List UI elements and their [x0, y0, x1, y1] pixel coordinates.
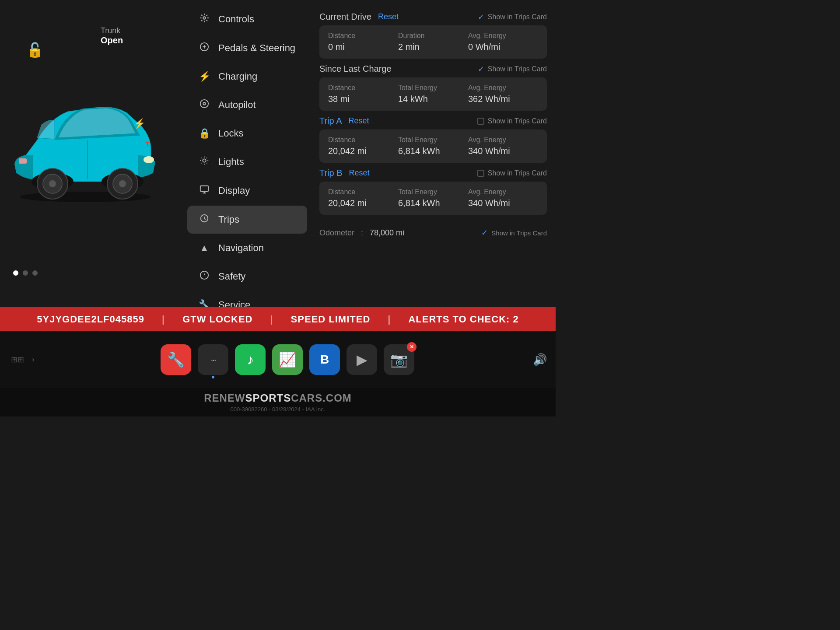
charge-energy-label: Total Energy	[398, 84, 459, 92]
current-drive-show-label: Show in Trips Card	[488, 13, 547, 21]
charging-icon: ⚡	[198, 71, 210, 82]
car-image: T ⚡	[0, 57, 171, 232]
camera-app-icon[interactable]: 📷 ✕	[384, 344, 414, 375]
trip-a-reset-button[interactable]: Reset	[349, 116, 369, 126]
svg-point-17	[203, 159, 206, 162]
taskbar: ⊞⊞ › 🔧 ··· ♪ 📈 B ▶ 📷 ✕	[0, 331, 556, 388]
nav-item-autopilot[interactable]: Autopilot	[187, 91, 307, 119]
dot-3[interactable]	[32, 270, 38, 276]
current-energy-value: 0 Wh/mi	[468, 42, 529, 52]
current-distance-value: 0 mi	[328, 42, 389, 52]
dot-1[interactable]	[13, 270, 18, 276]
taskbar-right: 🔊	[533, 353, 547, 367]
svg-point-8	[49, 180, 56, 187]
locks-label: Locks	[218, 128, 243, 139]
display-label: Display	[218, 185, 250, 196]
current-drive-reset-button[interactable]: Reset	[378, 12, 399, 21]
wrench-app-icon[interactable]: 🔧	[161, 344, 191, 375]
trip-b-avg-value: 340 Wh/mi	[468, 198, 529, 208]
chart-icon: 📈	[279, 351, 296, 368]
odometer-row: Odometer : 78,000 mi ✓ Show in Trips Car…	[319, 219, 547, 242]
alert-separator-2: |	[270, 314, 273, 325]
play-icon: ▶	[357, 351, 368, 368]
since-charge-header: Since Last Charge ✓ Show in Trips Card	[319, 64, 547, 74]
safety-icon	[198, 270, 210, 283]
nav-item-navigation[interactable]: ▲ Navigation	[187, 234, 307, 262]
trip-b-energy-value: 6,814 kWh	[398, 198, 459, 208]
svg-point-16	[203, 102, 206, 105]
nav-item-controls[interactable]: Controls	[187, 5, 307, 33]
since-charge-show-trips: ✓ Show in Trips Card	[478, 64, 547, 74]
trip-a-show-trips: Show in Trips Card	[477, 117, 547, 125]
trips-icon	[198, 214, 210, 226]
more-dot	[212, 376, 214, 378]
trip-a-checkbox[interactable]	[477, 118, 484, 125]
dot-2[interactable]	[23, 270, 28, 276]
since-charge-title: Since Last Charge	[319, 64, 392, 74]
pedals-label: Pedals & Steering	[218, 42, 295, 54]
chart-app-icon[interactable]: 📈	[272, 344, 303, 375]
current-drive-stats: Distance 0 mi Duration 2 min Avg. Energy…	[328, 32, 538, 52]
safety-label: Safety	[218, 271, 245, 282]
bluetooth-app-icon[interactable]: B	[309, 344, 340, 375]
trip-a-title: Trip A	[319, 116, 342, 126]
alert-speed: SPEED LIMITED	[291, 314, 371, 325]
nav-item-safety[interactable]: Safety	[187, 262, 307, 290]
more-icon: ···	[211, 355, 216, 365]
spotify-app-icon[interactable]: ♪	[235, 344, 266, 375]
media-app-icon[interactable]: ▶	[346, 344, 377, 375]
current-drive-card: Distance 0 mi Duration 2 min Avg. Energy…	[319, 25, 547, 59]
trip-a-avg-label: Avg. Energy	[468, 136, 529, 144]
current-drive-checkmark: ✓	[478, 12, 484, 22]
trip-b-show-trips: Show in Trips Card	[477, 169, 547, 177]
trip-a-avg-value: 340 Wh/mi	[468, 146, 529, 156]
watermark: RENEWSPORTSCARS.COM	[204, 392, 352, 404]
since-charge-show-label: Show in Trips Card	[488, 65, 547, 73]
nav-item-lights[interactable]: Lights	[187, 148, 307, 176]
charge-distance-label: Distance	[328, 84, 389, 92]
pedals-icon	[198, 42, 210, 54]
alert-bar: 5YJYGDEE2LF045859 | GTW LOCKED | SPEED L…	[0, 307, 556, 331]
nav-item-charging[interactable]: ⚡ Charging	[187, 63, 307, 90]
trip-a-stats: Distance 20,042 mi Total Energy 6,814 kW…	[328, 136, 538, 156]
trip-a-show-label: Show in Trips Card	[488, 117, 547, 125]
alert-separator-3: |	[388, 314, 391, 325]
trip-b-checkbox[interactable]	[477, 170, 484, 177]
odometer-show-label: Show in Trips Card	[491, 229, 547, 237]
current-drive-show-trips: ✓ Show in Trips Card	[478, 12, 547, 22]
navigation-icon: ▲	[198, 242, 210, 254]
charging-label: Charging	[218, 71, 257, 82]
nav-item-locks[interactable]: 🔒 Locks	[187, 120, 307, 147]
forward-arrow[interactable]: ›	[28, 354, 38, 366]
odometer-show-trips: ✓ Show in Trips Card	[481, 228, 547, 238]
svg-point-1	[144, 156, 154, 163]
since-charge-card: Distance 38 mi Total Energy 14 kWh Avg. …	[319, 77, 547, 111]
taskbar-left: ⊞⊞ ›	[9, 353, 38, 367]
left-panel: 🔓 Trunk Open	[0, 0, 184, 289]
current-distance-cell: Distance 0 mi	[328, 32, 398, 52]
charge-energy-value: 14 kWh	[398, 94, 459, 104]
trip-b-reset-button[interactable]: Reset	[349, 168, 370, 178]
nav-item-display[interactable]: Display	[187, 177, 307, 205]
more-app-icon[interactable]: ···	[198, 344, 228, 375]
trunk-status: Open	[101, 35, 123, 46]
trip-a-header: Trip A Reset Show in Trips Card	[319, 116, 547, 126]
nav-item-trips[interactable]: Trips	[187, 206, 307, 234]
alert-vin: 5YJYGDEE2LF045859	[37, 314, 144, 325]
svg-point-15	[200, 100, 208, 108]
locks-icon: 🔒	[198, 128, 210, 139]
watermark-renew: RENEW	[204, 392, 245, 404]
trip-b-header: Trip B Reset Show in Trips Card	[319, 168, 547, 178]
odometer-label: Odometer	[319, 228, 354, 238]
odometer-value: 78,000 mi	[370, 228, 404, 238]
current-drive-title: Current Drive	[319, 12, 371, 22]
alert-count: ALERTS TO CHECK: 2	[408, 314, 518, 325]
display-icon	[198, 185, 210, 197]
trip-b-title: Trip B	[319, 168, 343, 178]
lightning-icon: ⚡	[133, 118, 145, 130]
volume-icon[interactable]: 🔊	[533, 353, 547, 367]
trip-b-stats: Distance 20,042 mi Total Energy 6,814 kW…	[328, 188, 538, 208]
nav-item-pedals[interactable]: Pedals & Steering	[187, 34, 307, 62]
alert-gtw: GTW LOCKED	[182, 314, 252, 325]
trip-b-avg-label: Avg. Energy	[468, 188, 529, 196]
